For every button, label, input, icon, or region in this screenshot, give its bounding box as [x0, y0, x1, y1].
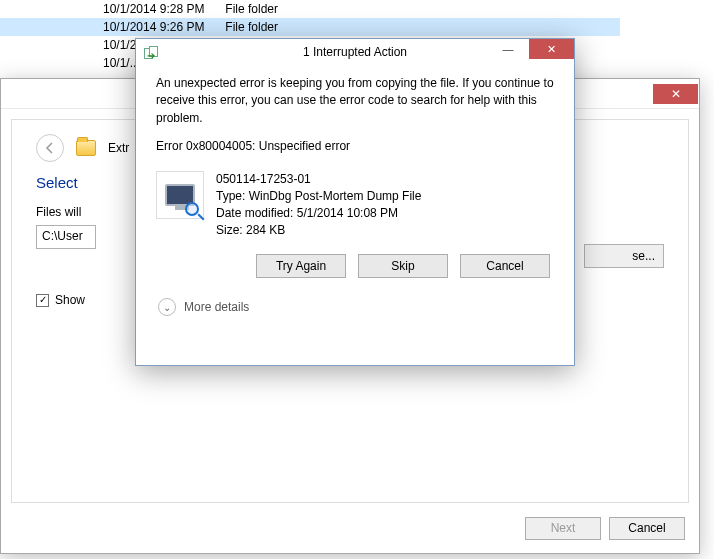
cancel-button[interactable]: Cancel	[460, 254, 550, 278]
dialog-titlebar[interactable]: ➔ 1 Interrupted Action — ✕	[136, 39, 574, 67]
try-again-button[interactable]: Try Again	[256, 254, 346, 278]
magnifier-icon	[185, 202, 199, 216]
close-button[interactable]: ✕	[653, 84, 698, 104]
wizard-header-text: Extr	[108, 141, 129, 155]
back-button[interactable]	[36, 134, 64, 162]
file-row[interactable]: 10/1/2014 9:26 PM File folder	[0, 18, 620, 36]
more-details-label: More details	[184, 300, 249, 314]
file-row[interactable]: 10/1/2014 9:28 PM File folder	[0, 0, 620, 18]
wizard-footer: Next Cancel	[1, 503, 699, 553]
checkbox-label: Show	[55, 293, 85, 307]
file-date: 10/1/2014 9:28 PM	[0, 0, 222, 18]
file-type: File folder	[225, 0, 278, 18]
folder-icon	[76, 140, 96, 156]
file-type: File folder	[225, 18, 278, 36]
file-info-block: 050114-17253-01 Type: WinDbg Post-Mortem…	[156, 171, 554, 238]
browse-button[interactable]: se...	[584, 244, 664, 268]
next-button[interactable]: Next	[525, 517, 601, 540]
file-name: 050114-17253-01	[216, 171, 421, 188]
show-extracted-checkbox[interactable]: ✓	[36, 294, 49, 307]
file-type-line: Type: WinDbg Post-Mortem Dump File	[216, 188, 421, 205]
file-date: 10/1/2014 9:26 PM	[0, 18, 222, 36]
close-button[interactable]: ✕	[529, 39, 574, 59]
cancel-button[interactable]: Cancel	[609, 517, 685, 540]
more-details-toggle[interactable]: ⌄ More details	[156, 298, 554, 316]
error-code-text: Error 0x80004005: Unspecified error	[156, 139, 554, 153]
interrupted-action-dialog: ➔ 1 Interrupted Action — ✕ An unexpected…	[135, 38, 575, 366]
destination-path-input[interactable]: C:\User	[36, 225, 96, 249]
minimize-button[interactable]: —	[487, 39, 529, 59]
dialog-message: An unexpected error is keeping you from …	[156, 75, 554, 127]
dump-file-icon	[156, 171, 204, 219]
file-date-line: Date modified: 5/1/2014 10:08 PM	[216, 205, 421, 222]
file-size-line: Size: 284 KB	[216, 222, 421, 239]
arrow-left-icon	[43, 141, 57, 155]
skip-button[interactable]: Skip	[358, 254, 448, 278]
chevron-down-icon: ⌄	[158, 298, 176, 316]
